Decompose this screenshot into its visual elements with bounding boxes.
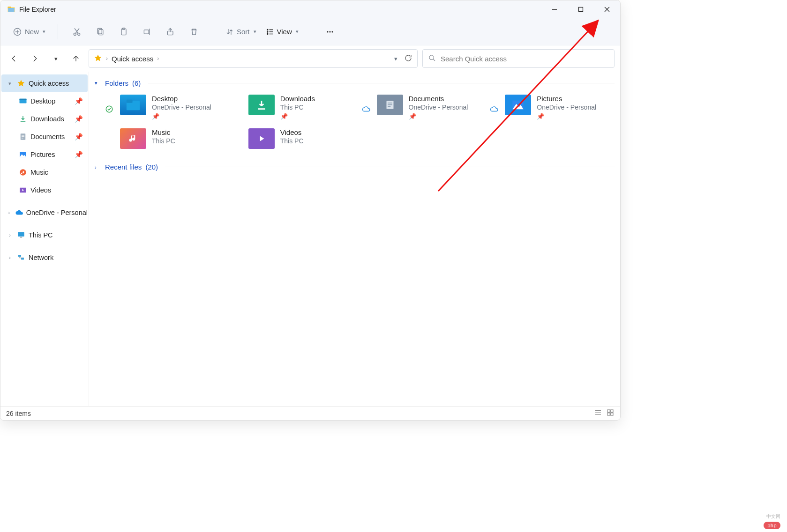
folder-icon: [120, 128, 146, 149]
pin-icon: 📌: [75, 151, 83, 159]
tree-downloads[interactable]: Downloads 📌: [1, 110, 88, 128]
tile-downloads[interactable]: Downloads This PC 📌: [232, 95, 356, 120]
tree-onedrive[interactable]: › OneDrive - Personal: [1, 204, 88, 222]
view-button[interactable]: View ▾: [262, 22, 302, 41]
section-recent-files[interactable]: › Recent files (20): [95, 160, 615, 174]
svg-rect-33: [20, 99, 27, 100]
svg-rect-53: [388, 104, 392, 105]
chevron-down-icon: ▾: [254, 29, 256, 35]
window-title: File Explorer: [19, 6, 56, 13]
search-input[interactable]: [441, 55, 608, 63]
view-label: View: [277, 28, 292, 36]
tile-music[interactable]: Music This PC: [104, 128, 228, 149]
music-icon: [18, 168, 28, 177]
delete-button[interactable]: [184, 22, 204, 41]
tree-music[interactable]: Music: [1, 163, 88, 181]
tree-label: Pictures: [30, 151, 55, 158]
titlebar: File Explorer: [0, 0, 620, 18]
tile-name: Desktop: [152, 95, 211, 103]
section-count: (6): [132, 79, 141, 87]
tree-pictures[interactable]: Pictures 📌: [1, 146, 88, 163]
svg-rect-4: [579, 7, 583, 12]
status-item-count: 26 items: [6, 410, 31, 417]
new-button[interactable]: New ▾: [9, 22, 49, 41]
folder-icon: [120, 95, 146, 115]
svg-point-22: [267, 31, 268, 32]
tree-label: Documents: [30, 133, 65, 140]
cut-button[interactable]: [67, 22, 87, 41]
thumbnails-view-button[interactable]: [606, 408, 615, 418]
search-box[interactable]: [422, 49, 615, 68]
tree-label: Quick access: [29, 80, 69, 87]
toolbar: New ▾ Sort: [0, 18, 620, 45]
tile-sub: This PC: [280, 137, 304, 145]
documents-icon: [18, 132, 28, 141]
tree-desktop[interactable]: Desktop 📌: [1, 92, 88, 110]
watermark-sub: 中文网: [766, 513, 780, 520]
pin-icon: 📌: [152, 113, 211, 120]
chevron-right-icon: ›: [6, 232, 14, 238]
recent-locations-button[interactable]: ▾: [47, 51, 63, 66]
address-bar[interactable]: › Quick access › ▾: [89, 49, 418, 68]
tile-documents[interactable]: Documents OneDrive - Personal 📌: [361, 95, 485, 120]
folder-tiles: Desktop OneDrive - Personal 📌 Downloads …: [95, 90, 615, 160]
section-count: (20): [145, 163, 158, 171]
folder-icon: [248, 128, 275, 149]
tree-videos[interactable]: Videos: [1, 181, 88, 199]
file-explorer-window: File Explorer New ▾: [0, 0, 621, 421]
pin-icon: 📌: [75, 97, 83, 105]
tile-name: Downloads: [280, 95, 315, 103]
svg-point-23: [267, 33, 268, 34]
svg-point-28: [329, 31, 330, 32]
section-label: Folders: [105, 79, 128, 87]
section-folders[interactable]: ▾ Folders (6): [95, 76, 615, 90]
forward-button[interactable]: [27, 51, 43, 66]
monitor-icon: [16, 230, 26, 240]
svg-rect-37: [22, 138, 23, 138]
paste-button[interactable]: [113, 22, 134, 41]
tile-pictures[interactable]: Pictures OneDrive - Personal 📌: [489, 95, 613, 120]
pin-icon: 📌: [409, 113, 468, 120]
close-button[interactable]: [594, 0, 620, 18]
body: ▾ Quick access Desktop 📌 Downloads 📌: [0, 72, 620, 406]
back-button[interactable]: [6, 51, 22, 66]
tree-quick-access[interactable]: ▾ Quick access: [1, 74, 88, 92]
status-bar: 26 items: [0, 406, 620, 420]
pin-icon: 📌: [280, 113, 315, 120]
tile-videos[interactable]: Videos This PC: [232, 128, 356, 149]
tree-this-pc[interactable]: › This PC: [1, 226, 88, 244]
share-button[interactable]: [160, 22, 181, 41]
chevron-down-icon: ▾: [296, 29, 299, 35]
content-pane[interactable]: ▾ Folders (6) Desktop OneDrive - Persona…: [89, 72, 620, 406]
refresh-button[interactable]: [404, 54, 412, 64]
cloud-icon: [490, 105, 498, 115]
more-button[interactable]: [320, 22, 340, 41]
tree-label: Videos: [30, 186, 51, 194]
tree-network[interactable]: › Network: [1, 249, 88, 266]
svg-point-48: [106, 106, 112, 112]
details-view-button[interactable]: [594, 408, 602, 418]
chevron-right-icon: ›: [6, 255, 14, 260]
rename-button[interactable]: [137, 22, 157, 41]
search-icon: [428, 54, 436, 63]
tile-desktop[interactable]: Desktop OneDrive - Personal 📌: [104, 95, 228, 120]
chevron-down-icon: ▾: [6, 81, 14, 87]
svg-point-29: [331, 31, 333, 32]
navigation-pane[interactable]: ▾ Quick access Desktop 📌 Downloads 📌: [0, 72, 89, 406]
tree-documents[interactable]: Documents 📌: [1, 128, 88, 146]
address-dropdown-icon[interactable]: ▾: [394, 55, 397, 62]
folder-icon: [505, 95, 531, 115]
chevron-right-icon: ›: [157, 55, 159, 62]
svg-point-30: [429, 55, 434, 59]
copy-button[interactable]: [90, 22, 111, 41]
sort-button[interactable]: Sort ▾: [222, 22, 260, 41]
tile-name: Music: [152, 128, 175, 136]
minimize-button[interactable]: [541, 0, 568, 18]
breadcrumb-quick-access[interactable]: Quick access: [112, 55, 153, 63]
svg-rect-45: [20, 237, 22, 238]
star-icon: [94, 54, 102, 64]
folder-icon: [248, 95, 275, 115]
up-button[interactable]: [68, 51, 84, 66]
chevron-down-icon: ▾: [43, 29, 45, 35]
maximize-button[interactable]: [568, 0, 594, 18]
